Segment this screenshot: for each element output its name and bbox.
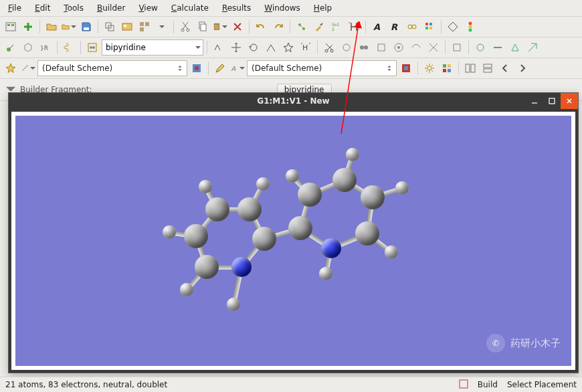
- angle-icon[interactable]: [263, 39, 279, 56]
- save-icon[interactable]: [78, 19, 94, 35]
- diamond-icon[interactable]: [445, 19, 461, 35]
- panel-a-icon[interactable]: [462, 60, 478, 76]
- atom-h[interactable]: [180, 283, 193, 296]
- tool-b-icon[interactable]: [356, 39, 372, 56]
- stereo-icon[interactable]: [211, 39, 227, 56]
- tool-j-icon[interactable]: [507, 39, 523, 56]
- undo-icon[interactable]: [253, 19, 269, 35]
- helix-icon[interactable]: [61, 39, 77, 56]
- atom-h[interactable]: [385, 246, 398, 259]
- tool-e-icon[interactable]: [408, 39, 424, 56]
- atom-c[interactable]: [195, 255, 219, 279]
- apply-scheme-b-icon[interactable]: [398, 60, 414, 76]
- molecule-canvas[interactable]: [15, 116, 571, 366]
- open-icon[interactable]: [43, 19, 60, 35]
- copy-icon[interactable]: [195, 19, 211, 35]
- menu-edit[interactable]: Edit: [32, 2, 53, 14]
- atom-h[interactable]: [163, 225, 176, 239]
- paste-icon[interactable]: [212, 19, 228, 35]
- atom-c[interactable]: [237, 197, 262, 221]
- apply-scheme-a-icon[interactable]: [189, 60, 205, 76]
- menu-help[interactable]: Help: [311, 2, 334, 14]
- atom-c[interactable]: [361, 185, 385, 209]
- palette-icon[interactable]: [421, 19, 438, 35]
- layout-menu-icon[interactable]: [154, 19, 170, 35]
- menu-tools[interactable]: Tools: [61, 2, 86, 14]
- delete-icon[interactable]: [229, 19, 246, 35]
- menu-builder[interactable]: Builder: [94, 2, 128, 14]
- scissors-icon[interactable]: [321, 39, 337, 56]
- tool-h-icon[interactable]: [472, 39, 488, 56]
- maximize-button[interactable]: [543, 93, 561, 109]
- grid-icon[interactable]: [439, 60, 455, 76]
- gear-icon[interactable]: [421, 60, 438, 76]
- status-select-placement[interactable]: Select Placement: [507, 380, 577, 389]
- link-icon[interactable]: [294, 19, 310, 35]
- atom-h[interactable]: [319, 267, 332, 280]
- tool-f-icon[interactable]: [425, 39, 442, 56]
- rotate-icon[interactable]: [246, 39, 262, 56]
- star-icon[interactable]: [280, 39, 296, 56]
- atom-n[interactable]: [321, 238, 341, 258]
- duplicate-icon[interactable]: [102, 19, 118, 35]
- text-r-icon[interactable]: R: [387, 19, 403, 35]
- titlebar[interactable]: G1:M1:V1 - New: [9, 93, 578, 109]
- tool-d-icon[interactable]: [391, 39, 407, 56]
- open-recent-icon[interactable]: [61, 19, 77, 35]
- atom-c[interactable]: [205, 197, 229, 221]
- chain-icon[interactable]: [404, 19, 420, 35]
- menu-file[interactable]: File: [5, 2, 24, 14]
- nav-left-icon[interactable]: [497, 60, 513, 76]
- fragment-lib-icon[interactable]: [84, 39, 100, 56]
- traffic-icon[interactable]: [462, 19, 478, 35]
- scheme-a-select[interactable]: (Default Scheme): [37, 60, 187, 76]
- tool-k-icon[interactable]: [524, 39, 541, 56]
- tool-c-icon[interactable]: [373, 39, 389, 56]
- hydrogens-icon[interactable]: [346, 19, 362, 35]
- redo-icon[interactable]: [270, 19, 286, 35]
- atom-h[interactable]: [199, 180, 212, 193]
- atom-h[interactable]: [227, 298, 240, 311]
- replace-r-icon[interactable]: }R: [37, 39, 54, 56]
- atom-h[interactable]: [346, 148, 359, 161]
- atom-n[interactable]: [231, 257, 252, 277]
- atom-c[interactable]: [252, 227, 276, 251]
- menu-windows[interactable]: Windows: [262, 2, 303, 14]
- atom-h[interactable]: [256, 177, 270, 191]
- load-library-icon[interactable]: [119, 19, 135, 35]
- atom-c[interactable]: [355, 221, 379, 246]
- scheme-star-icon[interactable]: [3, 60, 19, 76]
- close-button[interactable]: [561, 93, 578, 109]
- scheme-b-select[interactable]: (Default Scheme): [247, 60, 397, 76]
- add-icon[interactable]: [20, 19, 36, 35]
- scheme-wand-icon[interactable]: [20, 60, 36, 76]
- nav-right-icon[interactable]: [514, 60, 530, 76]
- panel-b-icon[interactable]: [480, 60, 496, 76]
- measure-h-icon[interactable]: H: [298, 39, 314, 56]
- minimize-button[interactable]: [526, 93, 543, 109]
- atom-h[interactable]: [395, 181, 409, 195]
- cube-icon[interactable]: [20, 39, 36, 56]
- translate-icon[interactable]: [228, 39, 244, 56]
- tool-i-icon[interactable]: [490, 39, 506, 56]
- symmetrize-icon[interactable]: Sn12: [328, 19, 345, 35]
- builder-icon[interactable]: [3, 39, 19, 56]
- atom-c[interactable]: [298, 183, 322, 207]
- status-build[interactable]: Build: [478, 380, 498, 389]
- fragment-search-box[interactable]: [102, 39, 203, 56]
- menu-view[interactable]: View: [136, 2, 160, 14]
- cut-icon[interactable]: [177, 19, 193, 35]
- layout-icon[interactable]: [136, 19, 153, 35]
- font-a-icon[interactable]: A: [229, 60, 246, 76]
- tool-a-icon[interactable]: [338, 39, 355, 56]
- fragment-search-input[interactable]: [104, 42, 193, 53]
- menu-calculate[interactable]: Calculate: [169, 2, 211, 14]
- atom-h[interactable]: [286, 169, 299, 183]
- atom-c[interactable]: [332, 168, 357, 192]
- manager-icon[interactable]: [3, 19, 19, 35]
- tool-g-icon[interactable]: [449, 39, 465, 56]
- pencil-icon[interactable]: [212, 60, 228, 76]
- atom-c[interactable]: [288, 216, 312, 240]
- atom-c[interactable]: [184, 224, 208, 248]
- menu-results[interactable]: Results: [219, 2, 254, 14]
